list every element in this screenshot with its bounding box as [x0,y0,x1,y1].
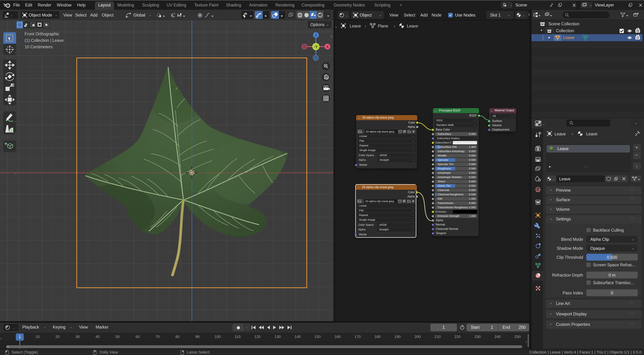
svg-text:⌄: ⌄ [638,178,640,180]
svg-text:⌄: ⌄ [211,14,214,17]
svg-text:⌄: ⌄ [13,326,15,329]
svg-text:Z: Z [315,33,317,37]
svg-text:⌄: ⌄ [281,14,283,17]
svg-text:⌄: ⌄ [626,14,628,17]
svg-text:⌄: ⌄ [362,131,364,133]
svg-text:⌄: ⌄ [163,14,165,17]
svg-text:⌄: ⌄ [250,14,252,17]
svg-text:⌄: ⌄ [264,14,267,17]
svg-text:⌄: ⌄ [553,178,555,181]
svg-text:⌄: ⌄ [183,14,185,17]
svg-text:-Y: -Y [314,45,318,49]
svg-text:X: X [326,45,329,49]
svg-text:⌄: ⌄ [538,14,541,17]
svg-text:⌄: ⌄ [10,14,13,17]
svg-text:⌄: ⌄ [550,14,552,17]
svg-text:⌄: ⌄ [543,123,545,126]
svg-text:⌄: ⌄ [362,200,363,202]
svg-text:⌄: ⌄ [327,14,329,17]
